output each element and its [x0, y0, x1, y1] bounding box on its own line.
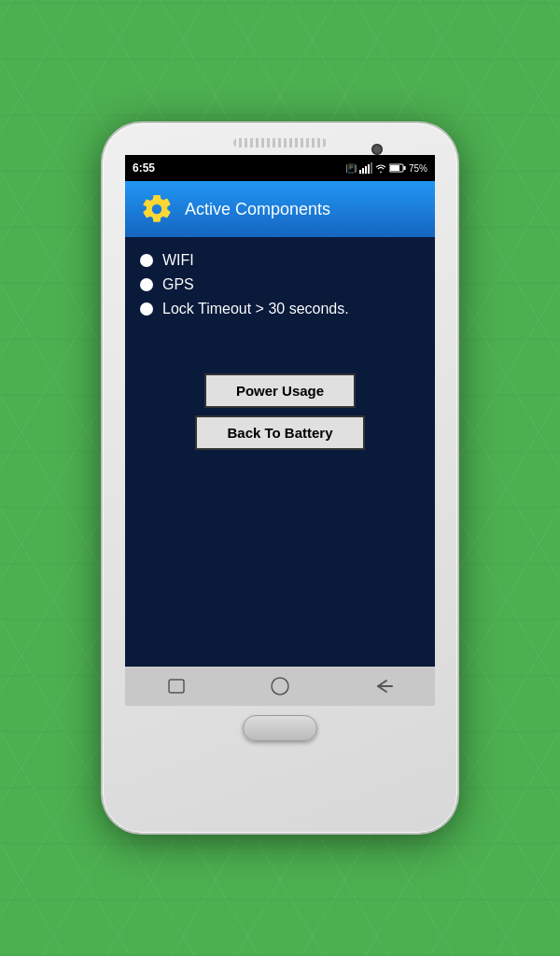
recent-apps-icon — [167, 678, 186, 695]
status-time: 6:55 — [133, 162, 155, 175]
back-to-battery-button[interactable]: Back To Battery — [195, 415, 364, 450]
svg-rect-3 — [368, 164, 370, 174]
gps-label: GPS — [162, 276, 194, 293]
screen: 6:55 📳 — [125, 155, 435, 706]
status-bar: 6:55 📳 — [125, 155, 435, 181]
svg-rect-6 — [403, 166, 405, 170]
back-button[interactable] — [369, 671, 399, 701]
app-header: Active Components — [125, 181, 435, 237]
list-item: Lock Timeout > 30 seconds. — [140, 301, 420, 317]
home-button[interactable] — [265, 671, 295, 701]
front-camera — [371, 144, 383, 155]
radio-dot-gps — [140, 278, 153, 291]
svg-point-9 — [272, 678, 288, 695]
buttons-area: Power Usage Back To Battery — [140, 373, 420, 450]
vibrate-icon: 📳 — [345, 163, 357, 174]
home-icon — [269, 675, 291, 697]
component-list: WIFI GPS Lock Timeout > 30 seconds. — [140, 252, 420, 317]
phone-bottom — [103, 715, 457, 741]
power-usage-button[interactable]: Power Usage — [204, 373, 356, 408]
nav-bar — [125, 667, 435, 706]
svg-rect-0 — [359, 170, 361, 174]
phone-shell: 6:55 📳 — [103, 123, 457, 833]
back-arrow-icon — [373, 678, 394, 695]
wifi-icon — [375, 163, 386, 173]
svg-rect-2 — [365, 166, 367, 174]
gear-icon — [140, 192, 174, 226]
wifi-label: WIFI — [162, 252, 194, 269]
svg-rect-4 — [371, 162, 372, 174]
signal-icon — [359, 162, 372, 174]
app-title: Active Components — [185, 200, 330, 219]
battery-icon — [389, 163, 406, 173]
status-icons: 📳 — [345, 162, 427, 174]
recent-apps-button[interactable] — [161, 671, 191, 701]
list-item: GPS — [140, 276, 420, 293]
speaker-grille — [233, 138, 327, 148]
svg-rect-8 — [169, 680, 184, 693]
list-item: WIFI — [140, 252, 420, 269]
lock-timeout-label: Lock Timeout > 30 seconds. — [162, 301, 349, 317]
radio-dot-wifi — [140, 254, 153, 267]
svg-rect-7 — [390, 165, 399, 171]
radio-dot-lock — [140, 302, 153, 316]
svg-rect-1 — [362, 168, 364, 174]
physical-home-button[interactable] — [243, 715, 317, 741]
battery-percent: 75% — [409, 163, 427, 174]
screen-body: WIFI GPS Lock Timeout > 30 seconds. Powe… — [125, 237, 435, 667]
